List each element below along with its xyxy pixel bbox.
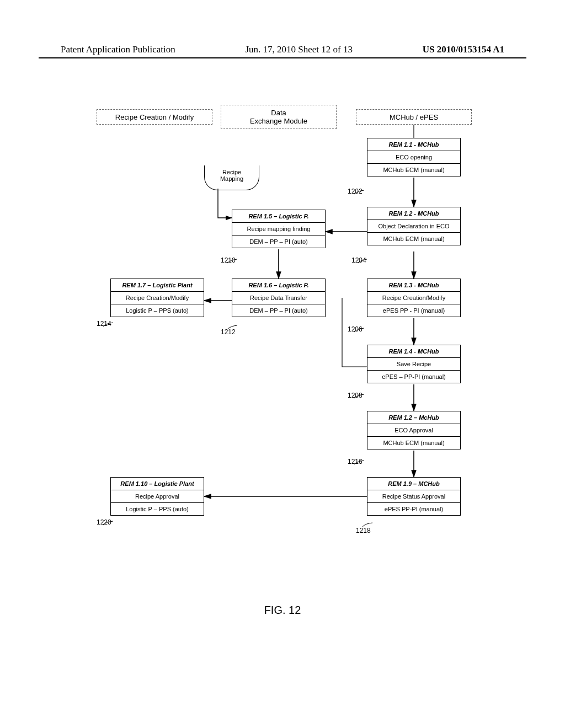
box-1208-title: REM 1.4 - MCHub [367, 345, 460, 358]
box-1210-mid: Recipe mapping finding [232, 223, 325, 235]
box-1216-mid: ECO Approval [367, 424, 460, 437]
box-1214-bot: Logistic P – PPS (auto) [111, 304, 204, 317]
box-1216-bot: MCHub ECM (manual) [367, 437, 460, 449]
box-1218-title: REM 1.9 – MCHub [367, 478, 460, 490]
ref-1220: 1220 [97, 518, 111, 526]
ref-1202: 1202 [348, 188, 363, 195]
box-1202: REM 1.1 - MCHub ECO opening MCHub ECM (m… [367, 138, 461, 176]
box-1204: REM 1.2 - MCHub Object Declaration in EC… [367, 207, 461, 245]
header-rule [39, 57, 526, 58]
box-1220-mid: Recipe Approval [111, 490, 204, 503]
box-1214-title: REM 1.7 – Logistic Plant [111, 279, 204, 292]
box-1210-bot: DEM – PP – PI (auto) [232, 235, 325, 248]
header-left: Patent Application Publication [61, 44, 175, 55]
header-right: US 2010/0153154 A1 [423, 44, 504, 55]
box-1208-mid: Save Recipe [367, 358, 460, 371]
lane-center-label-2: Exchange Module [250, 117, 307, 125]
box-1206-mid: Recipe Creation/Modify [367, 292, 460, 304]
box-1202-bot: MCHub ECM (manual) [367, 164, 460, 176]
box-1206: REM 1.3 - MCHub Recipe Creation/Modify e… [367, 279, 461, 317]
lane-center: Data Exchange Module [221, 105, 337, 129]
box-1216-title: REM 1.2 – McHub [367, 411, 460, 424]
ref-1218: 1218 [356, 527, 371, 534]
box-1212-bot: DEM – PP – PI (auto) [232, 304, 325, 317]
ref-1212: 1212 [221, 328, 236, 336]
box-1208: REM 1.4 - MCHub Save Recipe ePES – PP-PI… [367, 345, 461, 383]
box-1212: REM 1.6 – Logistic P. Recipe Data Transf… [232, 279, 326, 317]
box-1218: REM 1.9 – MCHub Recipe Status Approval e… [367, 477, 461, 516]
lane-right-label: MCHub / ePES [390, 113, 438, 121]
lane-right: MCHub / ePES [356, 109, 472, 125]
box-1220-bot: Logistic P – PPS (auto) [111, 503, 204, 515]
box-1218-mid: Recipe Status Approval [367, 490, 460, 503]
box-1206-bot: ePES PP - PI (manual) [367, 304, 460, 317]
box-1210: REM 1.5 – Logistic P. Recipe mapping fin… [232, 210, 326, 248]
box-1214: REM 1.7 – Logistic Plant Recipe Creation… [110, 279, 204, 317]
box-1210-title: REM 1.5 – Logistic P. [232, 210, 325, 223]
box-1208-bot: ePES – PP-PI (manual) [367, 371, 460, 383]
box-1204-title: REM 1.2 - MCHub [367, 207, 460, 220]
box-1202-title: REM 1.1 - MCHub [367, 138, 460, 151]
ref-1206: 1206 [348, 325, 363, 333]
ref-1208: 1208 [348, 392, 363, 399]
recipe-mapping-label: RecipeMapping [220, 169, 243, 182]
box-1202-mid: ECO opening [367, 151, 460, 164]
ref-1216: 1216 [348, 458, 363, 465]
ref-1204: 1204 [351, 256, 366, 264]
ref-1214: 1214 [97, 320, 111, 328]
box-1218-bot: ePES PP-PI (manual) [367, 503, 460, 515]
ref-1210: 1210 [221, 256, 236, 264]
box-1212-mid: Recipe Data Transfer [232, 292, 325, 304]
page-header: Patent Application Publication Jun. 17, … [0, 44, 565, 55]
box-1204-mid: Object Declaration in ECO [367, 220, 460, 233]
recipe-mapping-node: RecipeMapping [204, 165, 259, 190]
box-1204-bot: MCHub ECM (manual) [367, 233, 460, 245]
box-1220: REM 1.10 – Logistic Plant Recipe Approva… [110, 477, 204, 516]
box-1220-title: REM 1.10 – Logistic Plant [111, 478, 204, 490]
header-center: Jun. 17, 2010 Sheet 12 of 13 [245, 44, 353, 55]
lane-center-label-1: Data [271, 109, 286, 117]
box-1206-title: REM 1.3 - MCHub [367, 279, 460, 292]
box-1214-mid: Recipe Creation/Modify [111, 292, 204, 304]
box-1216: REM 1.2 – McHub ECO Approval MCHub ECM (… [367, 411, 461, 449]
box-1212-title: REM 1.6 – Logistic P. [232, 279, 325, 292]
lane-left: Recipe Creation / Modify [97, 109, 212, 125]
lane-left-label: Recipe Creation / Modify [115, 113, 194, 121]
figure-label: FIG. 12 [0, 604, 565, 617]
